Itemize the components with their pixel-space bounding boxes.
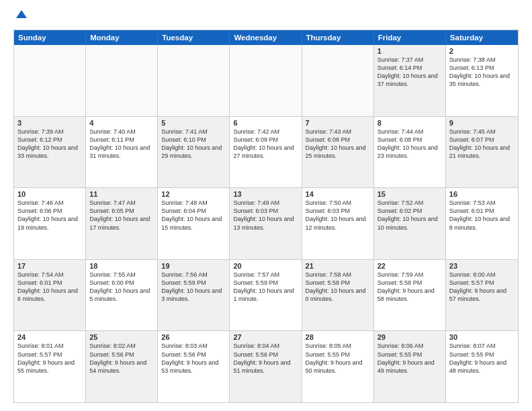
cell-info: Sunrise: 7:49 AM Sunset: 6:03 PM Dayligh… — [233, 199, 298, 232]
day-number: 13 — [233, 190, 298, 198]
calendar-cell-28: 28Sunrise: 8:05 AM Sunset: 5:55 PM Dayli… — [302, 331, 374, 402]
calendar-header: SundayMondayTuesdayWednesdayThursdayFrid… — [14, 30, 518, 45]
day-header-tuesday: Tuesday — [158, 30, 230, 45]
cell-info: Sunrise: 7:46 AM Sunset: 6:06 PM Dayligh… — [17, 199, 82, 232]
calendar-cell-14: 14Sunrise: 7:50 AM Sunset: 6:03 PM Dayli… — [302, 188, 374, 259]
day-header-thursday: Thursday — [302, 30, 374, 45]
calendar-cell-8: 8Sunrise: 7:44 AM Sunset: 6:08 PM Daylig… — [374, 117, 446, 188]
day-number: 2 — [449, 47, 515, 55]
day-number: 8 — [378, 119, 442, 127]
cell-info: Sunrise: 7:58 AM Sunset: 5:58 PM Dayligh… — [306, 271, 370, 304]
cell-info: Sunrise: 8:01 AM Sunset: 5:57 PM Dayligh… — [17, 342, 82, 375]
calendar-cell-empty-0-2 — [158, 45, 230, 116]
cell-info: Sunrise: 7:55 AM Sunset: 6:00 PM Dayligh… — [89, 271, 154, 304]
calendar-body: 1Sunrise: 7:37 AM Sunset: 6:14 PM Daylig… — [14, 45, 518, 402]
day-header-friday: Friday — [374, 30, 446, 45]
cell-info: Sunrise: 8:05 AM Sunset: 5:55 PM Dayligh… — [306, 342, 370, 375]
day-number: 5 — [161, 119, 226, 127]
cell-info: Sunrise: 8:07 AM Sunset: 5:55 PM Dayligh… — [449, 342, 515, 375]
calendar-row-0: 1Sunrise: 7:37 AM Sunset: 6:14 PM Daylig… — [14, 45, 518, 116]
cell-info: Sunrise: 7:57 AM Sunset: 5:59 PM Dayligh… — [233, 271, 298, 304]
calendar-cell-15: 15Sunrise: 7:52 AM Sunset: 6:02 PM Dayli… — [374, 188, 446, 259]
day-number: 3 — [17, 119, 82, 127]
cell-info: Sunrise: 7:56 AM Sunset: 5:59 PM Dayligh… — [161, 271, 226, 304]
calendar-cell-10: 10Sunrise: 7:46 AM Sunset: 6:06 PM Dayli… — [14, 188, 86, 259]
day-number: 21 — [306, 262, 370, 270]
day-number: 7 — [306, 119, 370, 127]
day-header-wednesday: Wednesday — [230, 30, 302, 45]
day-header-monday: Monday — [86, 30, 158, 45]
cell-info: Sunrise: 7:48 AM Sunset: 6:04 PM Dayligh… — [161, 199, 226, 232]
logo — [13, 11, 27, 23]
cell-info: Sunrise: 7:44 AM Sunset: 6:08 PM Dayligh… — [378, 128, 442, 161]
calendar-row-4: 24Sunrise: 8:01 AM Sunset: 5:57 PM Dayli… — [14, 330, 518, 402]
day-number: 14 — [306, 190, 370, 198]
day-number: 25 — [89, 333, 154, 341]
cell-info: Sunrise: 7:59 AM Sunset: 5:58 PM Dayligh… — [378, 271, 442, 304]
day-number: 12 — [161, 190, 226, 198]
day-number: 24 — [17, 333, 82, 341]
day-number: 27 — [233, 333, 298, 341]
calendar-cell-9: 9Sunrise: 7:45 AM Sunset: 6:07 PM Daylig… — [446, 117, 518, 188]
day-number: 1 — [378, 47, 442, 55]
day-number: 23 — [449, 262, 515, 270]
day-number: 18 — [89, 262, 154, 270]
calendar-cell-30: 30Sunrise: 8:07 AM Sunset: 5:55 PM Dayli… — [446, 331, 518, 402]
day-number: 16 — [449, 190, 515, 198]
calendar-cell-21: 21Sunrise: 7:58 AM Sunset: 5:58 PM Dayli… — [302, 260, 374, 331]
day-number: 10 — [17, 190, 82, 198]
day-number: 30 — [449, 333, 515, 341]
calendar-cell-29: 29Sunrise: 8:06 AM Sunset: 5:55 PM Dayli… — [374, 331, 446, 402]
cell-info: Sunrise: 8:00 AM Sunset: 5:57 PM Dayligh… — [449, 271, 515, 304]
day-number: 4 — [89, 119, 154, 127]
day-number: 19 — [161, 262, 226, 270]
calendar-cell-empty-0-1 — [86, 45, 158, 116]
calendar-cell-23: 23Sunrise: 8:00 AM Sunset: 5:57 PM Dayli… — [446, 260, 518, 331]
day-number: 17 — [17, 262, 82, 270]
calendar-cell-empty-0-0 — [14, 45, 86, 116]
calendar-page: SundayMondayTuesdayWednesdayThursdayFrid… — [0, 0, 532, 411]
cell-info: Sunrise: 7:52 AM Sunset: 6:02 PM Dayligh… — [378, 199, 442, 232]
calendar-row-3: 17Sunrise: 7:54 AM Sunset: 6:01 PM Dayli… — [14, 259, 518, 331]
calendar-cell-16: 16Sunrise: 7:53 AM Sunset: 6:01 PM Dayli… — [446, 188, 518, 259]
cell-info: Sunrise: 7:47 AM Sunset: 6:05 PM Dayligh… — [89, 199, 154, 232]
calendar-cell-17: 17Sunrise: 7:54 AM Sunset: 6:01 PM Dayli… — [14, 260, 86, 331]
day-number: 28 — [306, 333, 370, 341]
calendar-cell-18: 18Sunrise: 7:55 AM Sunset: 6:00 PM Dayli… — [86, 260, 158, 331]
cell-info: Sunrise: 7:39 AM Sunset: 6:12 PM Dayligh… — [17, 128, 82, 161]
calendar-cell-25: 25Sunrise: 8:02 AM Sunset: 5:56 PM Dayli… — [86, 331, 158, 402]
calendar-cell-6: 6Sunrise: 7:42 AM Sunset: 6:09 PM Daylig… — [230, 117, 302, 188]
day-number: 9 — [449, 119, 515, 127]
day-number: 22 — [378, 262, 442, 270]
cell-info: Sunrise: 7:40 AM Sunset: 6:11 PM Dayligh… — [89, 128, 154, 161]
day-number: 6 — [233, 119, 298, 127]
calendar-row-2: 10Sunrise: 7:46 AM Sunset: 6:06 PM Dayli… — [14, 187, 518, 259]
cell-info: Sunrise: 7:38 AM Sunset: 6:13 PM Dayligh… — [449, 56, 515, 89]
calendar-cell-13: 13Sunrise: 7:49 AM Sunset: 6:03 PM Dayli… — [230, 188, 302, 259]
calendar-cell-11: 11Sunrise: 7:47 AM Sunset: 6:05 PM Dayli… — [86, 188, 158, 259]
cell-info: Sunrise: 7:42 AM Sunset: 6:09 PM Dayligh… — [233, 128, 298, 161]
day-number: 26 — [161, 333, 226, 341]
day-number: 29 — [378, 333, 442, 341]
calendar: SundayMondayTuesdayWednesdayThursdayFrid… — [13, 30, 519, 403]
day-header-saturday: Saturday — [446, 30, 518, 45]
calendar-cell-empty-0-3 — [230, 45, 302, 116]
page-header — [13, 11, 519, 23]
calendar-cell-4: 4Sunrise: 7:40 AM Sunset: 6:11 PM Daylig… — [86, 117, 158, 188]
calendar-cell-empty-0-4 — [302, 45, 374, 116]
cell-info: Sunrise: 8:02 AM Sunset: 5:56 PM Dayligh… — [89, 342, 154, 375]
calendar-cell-22: 22Sunrise: 7:59 AM Sunset: 5:58 PM Dayli… — [374, 260, 446, 331]
cell-info: Sunrise: 7:53 AM Sunset: 6:01 PM Dayligh… — [449, 199, 515, 232]
cell-info: Sunrise: 7:54 AM Sunset: 6:01 PM Dayligh… — [17, 271, 82, 304]
calendar-cell-3: 3Sunrise: 7:39 AM Sunset: 6:12 PM Daylig… — [14, 117, 86, 188]
calendar-cell-19: 19Sunrise: 7:56 AM Sunset: 5:59 PM Dayli… — [158, 260, 230, 331]
calendar-cell-1: 1Sunrise: 7:37 AM Sunset: 6:14 PM Daylig… — [374, 45, 446, 116]
calendar-cell-24: 24Sunrise: 8:01 AM Sunset: 5:57 PM Dayli… — [14, 331, 86, 402]
day-number: 20 — [233, 262, 298, 270]
calendar-cell-5: 5Sunrise: 7:41 AM Sunset: 6:10 PM Daylig… — [158, 117, 230, 188]
calendar-cell-20: 20Sunrise: 7:57 AM Sunset: 5:59 PM Dayli… — [230, 260, 302, 331]
cell-info: Sunrise: 7:45 AM Sunset: 6:07 PM Dayligh… — [449, 128, 515, 161]
cell-info: Sunrise: 8:04 AM Sunset: 5:56 PM Dayligh… — [233, 342, 298, 375]
cell-info: Sunrise: 7:37 AM Sunset: 6:14 PM Dayligh… — [378, 56, 442, 89]
calendar-cell-7: 7Sunrise: 7:43 AM Sunset: 6:08 PM Daylig… — [302, 117, 374, 188]
